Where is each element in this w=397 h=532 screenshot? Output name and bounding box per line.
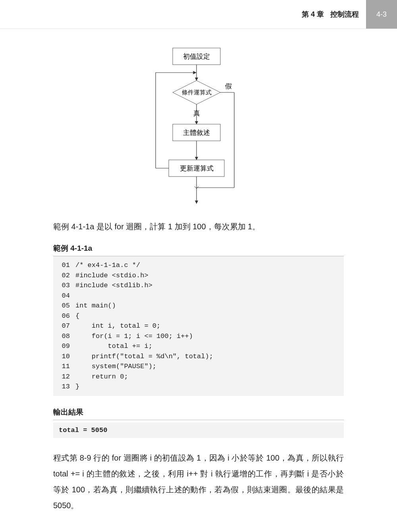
line-number: 07 [56, 321, 75, 331]
code-text: return 0; [75, 372, 128, 382]
code-line: 03#include <stdlib.h> [56, 280, 341, 291]
line-number: 04 [56, 291, 75, 301]
line-number: 05 [56, 301, 75, 311]
line-number: 06 [56, 311, 75, 321]
output-block: total = 5050 [53, 423, 344, 438]
page-header: 第 4 章 控制流程 4-3 [0, 0, 397, 29]
line-number: 02 [56, 271, 75, 281]
flow-label-init: 初值設定 [183, 53, 210, 60]
code-text: } [75, 382, 79, 392]
code-line: 09 total += i; [56, 341, 341, 351]
line-number: 03 [56, 280, 75, 291]
flow-label-update: 更新運算式 [180, 165, 214, 172]
page-number-badge: 4-3 [366, 0, 397, 29]
line-number: 08 [56, 331, 75, 342]
flow-label-cond: 條件運算式 [182, 89, 212, 96]
code-text: total += i; [75, 341, 152, 351]
line-number: 10 [56, 351, 75, 362]
code-line: 04 [56, 291, 341, 301]
code-line: 01/* ex4-1-1a.c */ [56, 260, 341, 271]
content-area: 初值設定 條件運算式 假 真 主體敘述 更新運算式 [0, 45, 397, 513]
code-line: 05int main() [56, 301, 341, 311]
output-heading: 輸出結果 [53, 407, 344, 420]
page: 第 4 章 控制流程 4-3 初值設定 條件運算式 [0, 0, 397, 532]
line-number: 12 [56, 372, 75, 382]
code-line: 02#include <stdio.h> [56, 271, 341, 281]
line-number: 11 [56, 361, 75, 372]
code-text: #include <stdlib.h> [75, 280, 152, 291]
code-line: 11 system("PAUSE"); [56, 361, 341, 372]
flow-label-body: 主體敘述 [183, 129, 210, 136]
intro-text: 範例 4-1-1a 是以 for 迴圈，計算 1 加到 100，每次累加 1。 [53, 219, 344, 234]
code-line: 12 return 0; [56, 372, 341, 382]
code-text: printf("total = %d\n", total); [75, 351, 213, 362]
code-text: #include <stdio.h> [75, 271, 148, 281]
code-text: system("PAUSE"); [75, 361, 156, 372]
flowchart-svg: 初值設定 條件運算式 假 真 主體敘述 更新運算式 [143, 45, 254, 207]
code-text: int i, total = 0; [75, 321, 160, 331]
code-text: for(i = 1; i <= 100; i++) [75, 331, 193, 342]
line-number: 01 [56, 260, 75, 271]
flow-label-false: 假 [225, 83, 232, 90]
code-line: 07 int i, total = 0; [56, 321, 341, 331]
code-line: 06{ [56, 311, 341, 321]
flow-label-true: 真 [193, 109, 200, 117]
chapter-label: 第 4 章 [297, 0, 329, 29]
code-block: 01/* ex4-1-1a.c */02#include <stdio.h>03… [53, 256, 344, 396]
line-number: 09 [56, 341, 75, 351]
code-text: { [75, 311, 79, 321]
code-line: 08 for(i = 1; i <= 100; i++) [56, 331, 341, 342]
code-text: /* ex4-1-1a.c */ [75, 260, 140, 271]
code-line: 13} [56, 382, 341, 392]
code-text: int main() [75, 301, 116, 311]
code-line: 10 printf("total = %d\n", total); [56, 351, 341, 362]
chapter-title: 控制流程 [329, 0, 366, 29]
example-heading: 範例 4-1-1a [53, 243, 344, 256]
flowchart-figure: 初值設定 條件運算式 假 真 主體敘述 更新運算式 [53, 45, 344, 207]
body-paragraph: 程式第 8-9 行的 for 迴圈將 i 的初值設為 1，因為 i 小於等於 1… [53, 450, 344, 513]
line-number: 13 [56, 382, 75, 392]
